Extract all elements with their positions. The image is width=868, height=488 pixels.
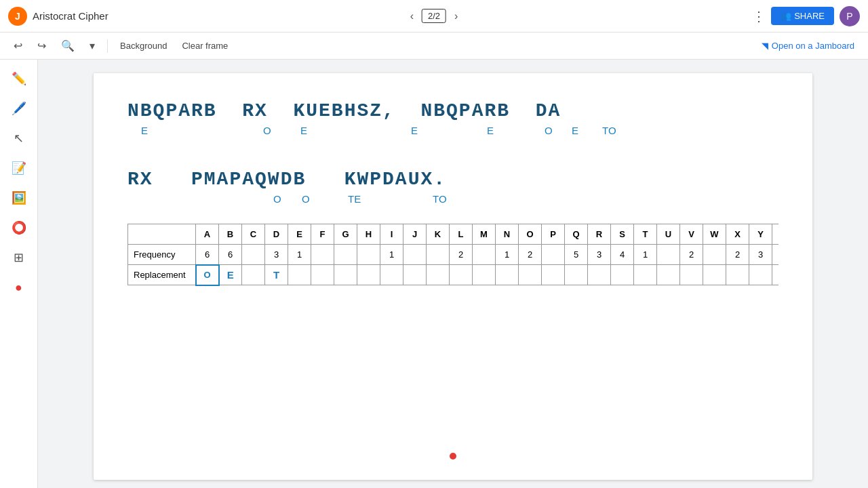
col-L: L (450, 224, 473, 245)
toolbar-separator (107, 39, 108, 53)
col-Z: Z (772, 224, 779, 245)
repl-J[interactable] (403, 265, 427, 285)
repl-H[interactable] (357, 265, 380, 285)
repl-O[interactable] (519, 265, 542, 285)
app-logo: J (8, 7, 27, 26)
select-icon[interactable]: ↖ (5, 125, 33, 152)
repl-U[interactable] (657, 265, 680, 285)
undo-button[interactable]: ↩ (8, 37, 28, 55)
share-button[interactable]: 👥 SHARE (771, 7, 834, 25)
repl-Y[interactable] (749, 265, 772, 285)
replacement-TE1: TE (348, 193, 361, 205)
frequency-label: Frequency (128, 245, 196, 265)
repl-W[interactable] (703, 265, 726, 285)
toolbar: ↩ ↪ 🔍 ▾ Background Clear frame ◥ Open on… (0, 33, 868, 60)
repl-F[interactable] (311, 265, 334, 285)
app-title: Aristocrat Cipher (33, 10, 747, 22)
image-icon[interactable]: 🖼️ (5, 184, 33, 211)
freq-I: 1 (380, 245, 403, 265)
repl-B[interactable]: E (219, 265, 242, 285)
freq-C (242, 245, 265, 265)
slide-canvas: NBQPARB RX KUEBHSZ, NBQPARB DA E O E E E… (94, 73, 812, 480)
replacement-row: Replacement O E T (128, 265, 779, 285)
shape-icon[interactable]: ⭕ (5, 214, 33, 241)
sticky-note-icon[interactable]: 📝 (5, 155, 33, 182)
jamboard-icon: ◥ (762, 41, 768, 51)
left-sidebar: ✏️ 🖊️ ↖ 📝 🖼️ ⭕ ⊞ ● (0, 60, 38, 488)
col-H: H (357, 224, 380, 245)
marker-icon[interactable]: 🖊️ (5, 95, 33, 122)
pen-icon[interactable]: ✏️ (5, 65, 33, 92)
col-G: G (334, 224, 357, 245)
nav-center: ‹ 2/2 › (406, 7, 462, 25)
zoom-dropdown-button[interactable]: ▾ (84, 37, 100, 55)
replacement-E1: E (141, 125, 148, 136)
avatar[interactable]: P (840, 6, 860, 26)
top-bar: J Aristocrat Cipher ‹ 2/2 › ⋮ 👥 SHARE P (0, 0, 868, 33)
col-S: S (611, 224, 634, 245)
freq-A: 6 (196, 245, 219, 265)
repl-G[interactable] (334, 265, 357, 285)
main-layout: ✏️ 🖊️ ↖ 📝 🖼️ ⭕ ⊞ ● NBQPARB RX KUEBHSZ, N… (0, 60, 868, 488)
col-I: I (380, 224, 403, 245)
col-M: M (473, 224, 496, 245)
replacement-E3: E (411, 125, 418, 136)
cipher-text-2: RX PMAPAQWDB KWPDAUX. (127, 169, 778, 190)
freq-B: 6 (219, 245, 242, 265)
repl-Z[interactable] (772, 265, 779, 285)
replacement-O3: O (273, 193, 281, 205)
repl-I[interactable] (380, 265, 403, 285)
repl-C[interactable] (242, 265, 265, 285)
freq-S: 4 (611, 245, 634, 265)
frequency-row: Frequency 6 6 3 1 1 2 (128, 245, 779, 265)
table-header-row: A B C D E F G H I J K L M (128, 224, 779, 245)
repl-D[interactable]: T (265, 265, 288, 285)
freq-O: 2 (519, 245, 542, 265)
col-E: E (288, 224, 311, 245)
repl-N[interactable] (496, 265, 519, 285)
repl-V[interactable] (680, 265, 703, 285)
repl-M[interactable] (473, 265, 496, 285)
repl-P[interactable] (542, 265, 565, 285)
repl-L[interactable] (450, 265, 473, 285)
freq-U (657, 245, 680, 265)
replacement-E5: E (572, 125, 578, 136)
replacement-E4: E (487, 125, 494, 136)
repl-K[interactable] (427, 265, 450, 285)
freq-Q: 5 (565, 245, 588, 265)
more-options-icon[interactable]: ⋮ (752, 8, 766, 24)
repl-A[interactable]: O (196, 265, 219, 285)
repl-X[interactable] (726, 265, 749, 285)
col-Y: Y (749, 224, 772, 245)
freq-Z: 1 (772, 245, 779, 265)
col-R: R (588, 224, 611, 245)
prev-slide-button[interactable]: ‹ (406, 7, 418, 25)
redo-button[interactable]: ↪ (32, 37, 52, 55)
open-jamboard-button[interactable]: ◥ Open on a Jamboard (756, 38, 860, 54)
next-slide-button[interactable]: › (450, 7, 462, 25)
freq-R: 3 (588, 245, 611, 265)
repl-T[interactable] (634, 265, 657, 285)
repl-E[interactable] (288, 265, 311, 285)
background-button[interactable]: Background (115, 38, 172, 54)
laser-icon[interactable]: ● (5, 274, 33, 301)
replacement-E2: E (300, 125, 307, 136)
freq-Y: 3 (749, 245, 772, 265)
col-N: N (496, 224, 519, 245)
freq-T: 1 (634, 245, 657, 265)
canvas-area[interactable]: NBQPARB RX KUEBHSZ, NBQPARB DA E O E E E… (38, 60, 868, 488)
freq-H (357, 245, 380, 265)
col-V: V (680, 224, 703, 245)
repl-Q[interactable] (565, 265, 588, 285)
cipher-line-1: NBQPARB RX KUEBHSZ, NBQPARB DA E O E E E… (127, 100, 778, 121)
replacements-line-1: E O E E E O E TO (127, 125, 778, 144)
col-U: U (657, 224, 680, 245)
repl-S[interactable] (611, 265, 634, 285)
col-F: F (311, 224, 334, 245)
clear-frame-button[interactable]: Clear frame (176, 38, 233, 54)
zoom-button[interactable]: 🔍 (56, 37, 80, 55)
col-O: O (519, 224, 542, 245)
repl-R[interactable] (588, 265, 611, 285)
slide-indicator[interactable]: 2/2 (422, 9, 446, 23)
table-icon[interactable]: ⊞ (5, 244, 33, 271)
